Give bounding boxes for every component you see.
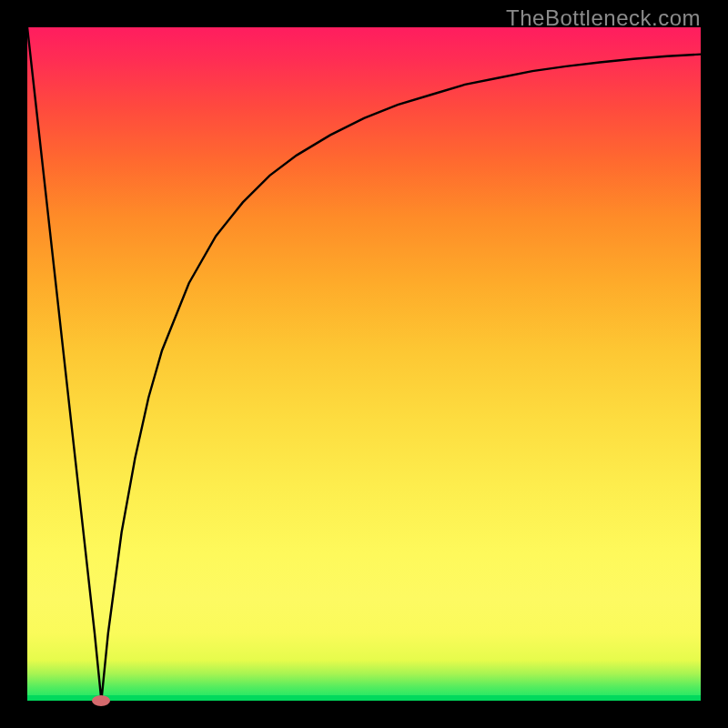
green-baseline [27,695,701,701]
plot-area [27,27,701,701]
chart-frame: TheBottleneck.com [0,0,728,728]
optimal-point-marker [92,695,110,706]
watermark-text: TheBottleneck.com [506,5,701,31]
curve-layer [27,27,701,701]
bottleneck-curve [27,27,701,701]
